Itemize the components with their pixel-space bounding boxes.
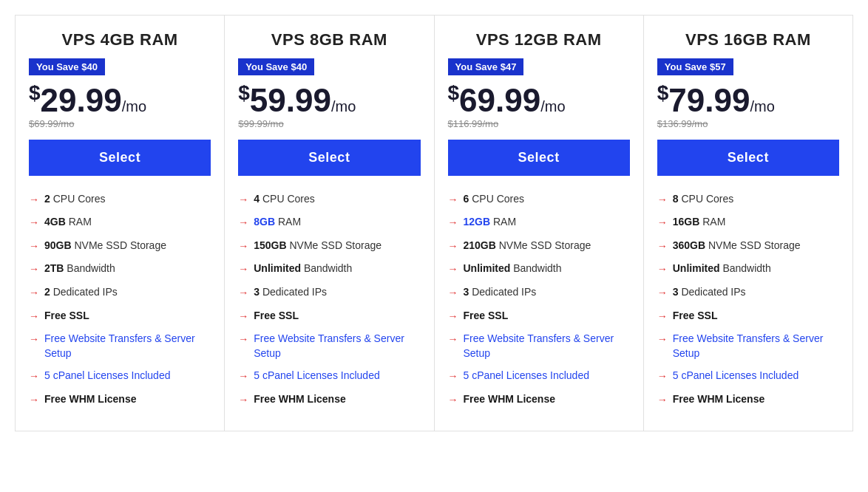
feature-item: →Free Website Transfers & Server Setup [238, 332, 420, 361]
feature-text: Free SSL [44, 309, 89, 324]
per-mo: /mo [331, 98, 356, 115]
plan-title: VPS 4GB RAM [29, 30, 211, 49]
feature-item: →2TB Bandwidth [29, 262, 211, 277]
price-original: $99.99/mo [238, 118, 420, 129]
feature-item: →Free Website Transfers & Server Setup [29, 332, 211, 361]
save-badge: You Save $57 [657, 58, 733, 75]
feature-text: 6 CPU Cores [464, 192, 524, 207]
features-list: →4 CPU Cores→8GB RAM→150GB NVMe SSD Stor… [238, 192, 420, 408]
feature-item: →4 CPU Cores [238, 192, 420, 208]
arrow-icon: → [448, 193, 458, 208]
feature-text: Unlimited Bandwidth [673, 262, 771, 276]
plan-card-plan-12gb: VPS 12GB RAMYou Save $47$69.99/mo$116.99… [435, 15, 644, 431]
feature-item: →6 CPU Cores [448, 192, 630, 208]
price-original: $69.99/mo [29, 118, 211, 129]
arrow-icon: → [657, 332, 668, 347]
feature-item: →Unlimited Bandwidth [657, 262, 839, 277]
feature-item: →2 CPU Cores [29, 192, 211, 208]
price-main: $29.99/mo [29, 83, 211, 117]
feature-item: →5 cPanel Licenses Included [29, 369, 211, 384]
feature-text: Free WHM License [673, 392, 764, 407]
feature-text: 360GB NVMe SSD Storage [673, 239, 801, 253]
feature-item: →5 cPanel Licenses Included [238, 369, 420, 384]
plans-container: VPS 4GB RAMYou Save $40$29.99/mo$69.99/m… [15, 15, 853, 431]
arrow-icon: → [29, 216, 39, 230]
dollar-sign: $ [448, 81, 460, 104]
arrow-icon: → [238, 332, 248, 347]
feature-item: →8 CPU Cores [657, 192, 839, 208]
feature-text: 3 Dedicated IPs [673, 285, 746, 300]
arrow-icon: → [657, 369, 668, 384]
feature-text: 90GB NVMe SSD Storage [44, 239, 166, 253]
features-list: →2 CPU Cores→4GB RAM→90GB NVMe SSD Stora… [29, 192, 211, 408]
arrow-icon: → [657, 393, 668, 408]
feature-text: Free SSL [254, 309, 299, 324]
feature-text: Unlimited Bandwidth [254, 262, 352, 276]
feature-text: Free WHM License [254, 392, 345, 407]
feature-item: →16GB RAM [657, 215, 839, 230]
feature-item: →Free Website Transfers & Server Setup [448, 332, 630, 361]
arrow-icon: → [448, 216, 458, 230]
select-button[interactable]: Select [657, 140, 839, 176]
arrow-icon: → [238, 193, 248, 208]
feature-text: Free SSL [673, 309, 718, 324]
feature-item: →3 Dedicated IPs [657, 285, 839, 301]
feature-item: →210GB NVMe SSD Storage [448, 239, 630, 254]
price-main: $59.99/mo [238, 83, 420, 117]
plan-title: VPS 12GB RAM [448, 30, 630, 49]
plan-card-plan-4gb: VPS 4GB RAMYou Save $40$29.99/mo$69.99/m… [15, 15, 225, 431]
feature-item: →Free WHM License [657, 392, 839, 408]
feature-text: Free Website Transfers & Server Setup [673, 332, 839, 361]
arrow-icon: → [657, 310, 668, 324]
feature-text: 2TB Bandwidth [44, 262, 115, 276]
feature-item: →2 Dedicated IPs [29, 285, 211, 301]
feature-text: 4GB RAM [44, 215, 92, 230]
arrow-icon: → [448, 310, 458, 324]
feature-text: 12GB RAM [464, 215, 517, 230]
feature-text: Free Website Transfers & Server Setup [254, 332, 420, 361]
feature-text: Free WHM License [464, 392, 555, 407]
plan-title: VPS 16GB RAM [657, 30, 839, 49]
arrow-icon: → [238, 216, 248, 230]
select-button[interactable]: Select [448, 140, 630, 176]
feature-item: →Free WHM License [238, 392, 420, 408]
feature-item: →5 cPanel Licenses Included [448, 369, 630, 384]
feature-item: →8GB RAM [238, 215, 420, 230]
feature-text: Unlimited Bandwidth [464, 262, 562, 276]
feature-text: 8GB RAM [254, 215, 301, 230]
arrow-icon: → [448, 332, 458, 347]
save-badge: You Save $40 [29, 58, 105, 75]
price-main: $69.99/mo [448, 83, 630, 117]
per-mo: /mo [122, 98, 146, 115]
arrow-icon: → [657, 193, 668, 208]
feature-text: Free SSL [464, 309, 509, 324]
feature-text: Free WHM License [44, 392, 136, 407]
arrow-icon: → [238, 310, 248, 324]
feature-text: 3 Dedicated IPs [464, 285, 537, 300]
arrow-icon: → [448, 393, 458, 408]
feature-text: 150GB NVMe SSD Storage [254, 239, 382, 253]
arrow-icon: → [657, 216, 668, 230]
select-button[interactable]: Select [29, 140, 211, 176]
feature-text: 2 CPU Cores [44, 192, 105, 207]
arrow-icon: → [448, 286, 458, 301]
feature-text: Free Website Transfers & Server Setup [464, 332, 630, 361]
arrow-icon: → [657, 239, 668, 254]
arrow-icon: → [29, 262, 39, 277]
features-list: →6 CPU Cores→12GB RAM→210GB NVMe SSD Sto… [448, 192, 630, 408]
feature-item: →Free SSL [448, 309, 630, 324]
plan-card-plan-8gb: VPS 8GB RAMYou Save $40$59.99/mo$99.99/m… [225, 15, 434, 431]
feature-item: →Free SSL [238, 309, 420, 324]
feature-item: →Free SSL [29, 309, 211, 324]
select-button[interactable]: Select [238, 140, 420, 176]
arrow-icon: → [29, 369, 39, 384]
save-badge: You Save $40 [238, 58, 314, 75]
feature-item: →150GB NVMe SSD Storage [238, 239, 420, 254]
feature-text: 5 cPanel Licenses Included [673, 369, 799, 383]
feature-item: →12GB RAM [448, 215, 630, 230]
dollar-sign: $ [657, 81, 669, 104]
price-block: $29.99/mo$69.99/mo [29, 83, 211, 129]
price-block: $69.99/mo$116.99/mo [448, 83, 630, 129]
feature-item: →90GB NVMe SSD Storage [29, 239, 211, 254]
feature-item: →4GB RAM [29, 215, 211, 230]
